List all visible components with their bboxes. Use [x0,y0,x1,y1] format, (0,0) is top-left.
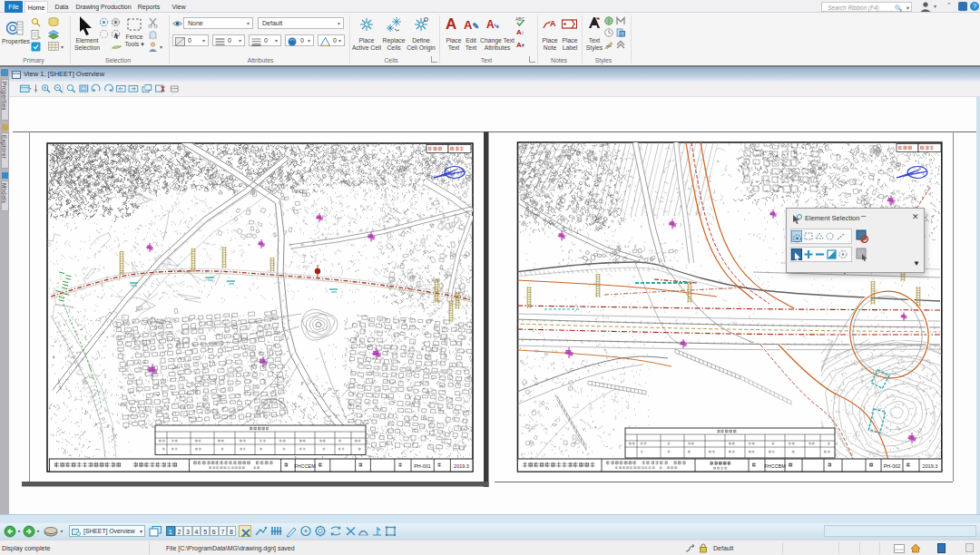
svg-text:FHCCEM: FHCCEM [294,463,316,469]
svg-text:PH-002: PH-002 [884,463,901,469]
svg-text:FHCCBM: FHCCBM [764,463,786,469]
svg-text:A: A [550,19,556,28]
svg-text:2019.3: 2019.3 [923,463,938,469]
svg-text:2019.3: 2019.3 [454,463,469,469]
svg-text:PH-001: PH-001 [414,463,431,469]
